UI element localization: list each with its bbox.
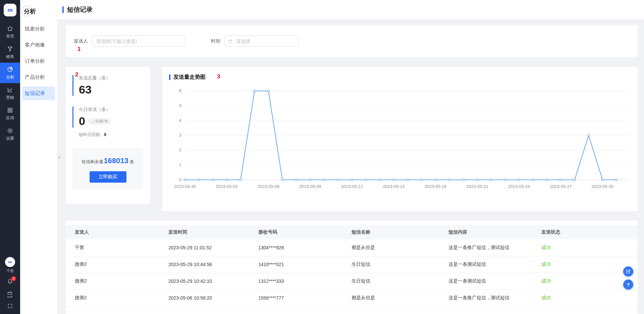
status-badge: 成功	[532, 290, 638, 306]
home-icon	[7, 25, 13, 32]
buy-now-button[interactable]: 立即购买	[90, 171, 126, 183]
compare-yesterday: 较昨日同期：0	[72, 132, 143, 138]
sidebar-item-customer-profile[interactable]: 客户画像	[22, 38, 55, 52]
rail-item-label: 首页	[6, 34, 14, 39]
sms-stats-card: 2 发送总量（条） 63 今日发送（条） 0 → 0.00 %	[66, 67, 150, 204]
table-row: 德善22023-05-29 10:44:561410****021生日短信这是一…	[66, 256, 638, 273]
total-sent-value: 63	[79, 83, 143, 96]
annotation-1: 1	[77, 46, 80, 53]
sidebar-item-order-analysis[interactable]: 订单分析	[22, 54, 55, 68]
expand-icon	[7, 303, 13, 309]
svg-text:2023-05-06: 2023-05-06	[257, 184, 279, 189]
filter-card: 发送人 1 时间	[66, 25, 638, 57]
sms-table: 发送人发送时间接收号码短信名称短信内容发送状态 千营2023-05-29 11:…	[66, 225, 638, 307]
svg-text:2023-05-15: 2023-05-15	[383, 184, 405, 189]
sender-label: 发送人	[74, 38, 88, 44]
table-cell: 这是一条测试短信	[439, 256, 532, 273]
analysis-sidebar: 分析 线索分析 客户画像 订单分析 产品分析 短信记录 ‹	[20, 0, 57, 314]
rail-item-home[interactable]: 首页	[0, 22, 20, 42]
table-cell: 德善2	[66, 273, 159, 290]
table-header-cell: 接收号码	[249, 225, 342, 239]
page-title: 短信记录	[67, 5, 93, 14]
stats-chart-row: 2 发送总量（条） 63 今日发送（条） 0 → 0.00 %	[66, 67, 638, 211]
compare-label: 较昨日同期：	[79, 132, 104, 137]
sidebar-collapse-toggle[interactable]: ‹	[57, 150, 62, 165]
status-badge: 成功	[532, 239, 638, 256]
rail-item-settings[interactable]: 设置	[0, 124, 20, 144]
rail-item-label: 分析	[6, 74, 14, 80]
table-cell: 1304****928	[249, 239, 342, 256]
table-cell: 德善2	[66, 290, 159, 306]
table-header-cell: 短信名称	[342, 225, 439, 239]
table-header-row: 发送人发送时间接收号码短信名称短信内容发送状态	[66, 225, 638, 239]
compare-value: 0	[104, 132, 106, 137]
svg-text:2023-05-12: 2023-05-12	[341, 184, 363, 189]
table-cell: 1556****777	[249, 290, 342, 306]
notification-badge: 4	[11, 276, 16, 281]
table-cell: 生日短信	[342, 273, 439, 290]
annotation-3: 3	[217, 73, 220, 80]
table-row: 德善22023-05-29 10:42:101312****333生日短信这是一…	[66, 273, 638, 290]
table-cell: 2023-05-29 10:44:56	[159, 256, 249, 273]
chevron-left-icon: ‹	[58, 154, 60, 161]
app-logo[interactable]: ∞	[4, 4, 16, 16]
logo-glyph: ∞	[7, 6, 13, 14]
rail-item-sales[interactable]: 销售	[0, 42, 20, 63]
rail-item-apps[interactable]: 应用	[0, 104, 20, 124]
avatar-glyph: ∞	[8, 259, 12, 265]
rail-bottom: ∞ 千营 4 VIP	[5, 257, 15, 314]
page-header: 短信记录	[57, 0, 644, 19]
svg-text:0: 0	[179, 177, 181, 182]
gear-icon	[7, 127, 13, 134]
rail-item-analysis[interactable]: 分析	[0, 63, 20, 83]
table-row: 千营2023-05-29 11:01:521304****928都是从但是这是一…	[66, 239, 638, 256]
pie-chart-icon	[7, 66, 13, 73]
trend-chart: 01234562023-04-302023-05-032023-05-06202…	[169, 86, 631, 191]
svg-text:6: 6	[179, 88, 181, 93]
vip-button[interactable]: VIP	[7, 291, 13, 299]
sidebar-item-clue-analysis[interactable]: 线索分析	[22, 22, 55, 36]
table-cell: 2023-05-29 11:01:52	[159, 239, 249, 256]
table-cell: 这是一条测试短信	[439, 273, 532, 290]
today-sent-stat: 今日发送（条） 0 → 0.00 % 较昨日同期：0	[72, 107, 143, 137]
feedback-edit-button[interactable]	[623, 266, 633, 276]
today-sent-value: 0	[79, 115, 85, 127]
title-accent-bar	[62, 6, 64, 13]
table-header-cell: 发送状态	[532, 225, 638, 239]
crown-icon	[7, 291, 13, 295]
edit-icon	[626, 269, 631, 274]
svg-text:2023-05-21: 2023-05-21	[466, 184, 488, 189]
balance-label: 短信剩余量	[82, 159, 103, 164]
avatar: ∞	[5, 257, 15, 267]
table-cell: 2023-05-06 10:58:20	[159, 290, 249, 306]
sidebar-title: 分析	[20, 0, 57, 22]
status-badge: 成功	[532, 256, 638, 273]
total-sent-label: 发送总量（条）	[79, 75, 143, 81]
today-delta-badge: → 0.00 %	[88, 118, 111, 125]
fullscreen-button[interactable]	[7, 303, 13, 310]
rail-item-label: 营销	[6, 95, 14, 101]
table-cell: 1312****333	[249, 273, 342, 290]
rail-item-label: 销售	[6, 54, 14, 60]
time-label: 时间	[211, 38, 220, 44]
table-header-cell: 短信内容	[439, 225, 532, 239]
table-cell: 这是一条推广短信，测试短信	[439, 239, 532, 256]
svg-text:4: 4	[179, 118, 181, 123]
sidebar-item-product-analysis[interactable]: 产品分析	[22, 70, 55, 84]
notifications-button[interactable]: 4	[7, 278, 13, 286]
table-cell: 2023-05-29 10:42:10	[159, 273, 249, 290]
help-button[interactable]: ?	[623, 279, 633, 290]
today-delta-value: 0.00 %	[96, 119, 108, 124]
trend-arrow-icon: →	[91, 119, 95, 124]
table-cell: 生日短信	[342, 256, 439, 273]
rail-item-marketing[interactable]: 营销	[0, 83, 20, 104]
time-range-input[interactable]	[224, 36, 298, 47]
sidebar-item-sms-records[interactable]: 短信记录	[22, 86, 55, 100]
svg-text:2023-05-24: 2023-05-24	[508, 184, 530, 189]
line-chart-icon	[7, 86, 13, 93]
trend-chart-card: 3 发送量走势图 01234562023-04-302023-05-032023…	[162, 67, 638, 211]
primary-rail: ∞ 首页 销售 分析 营销 应用 设置 ∞ 千营	[0, 0, 20, 314]
user-avatar[interactable]: ∞ 千营	[5, 257, 15, 273]
sender-select[interactable]	[92, 36, 185, 47]
table-cell: 德善2	[66, 256, 159, 273]
